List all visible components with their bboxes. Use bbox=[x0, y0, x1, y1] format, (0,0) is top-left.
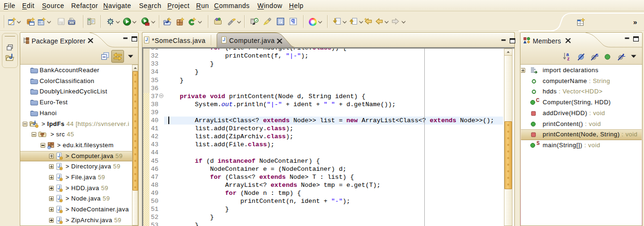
svg-text:S: S bbox=[595, 52, 598, 58]
svg-text:z: z bbox=[567, 56, 570, 61]
svg-text:L: L bbox=[623, 52, 626, 58]
